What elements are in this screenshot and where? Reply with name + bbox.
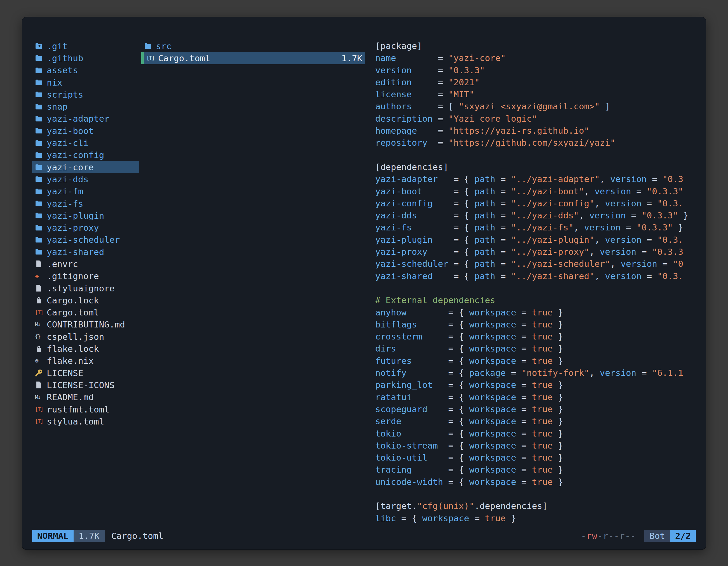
file-item-Cargo.toml[interactable]: [T]Cargo.toml [32,306,139,318]
item-label: snap [47,102,68,112]
dir-item-yazi-plugin[interactable]: yazi-plugin [32,210,139,222]
item-label: Cargo.lock [47,295,99,305]
dir-item-yazi-fs[interactable]: yazi-fs [32,198,139,210]
preview-line: [target."cfg(unix)".dependencies] [375,500,696,512]
file-item-flake.nix[interactable]: ❄flake.nix [32,355,139,367]
file-item-.styluaignore[interactable]: .styluaignore [32,282,139,294]
status-filename: Cargo.toml [111,531,164,541]
preview-line: homepage = "https://yazi-rs.github.io" [375,125,696,137]
dir-item-yazi-shared[interactable]: yazi-shared [32,246,139,258]
preview-line: yazi-config = { path = "../yazi-config",… [375,198,696,210]
file-preview-panel: [package]name = "yazi-core"version = "0.… [375,40,696,528]
folder-icon [35,127,47,135]
dir-item-yazi-proxy[interactable]: yazi-proxy [32,222,139,234]
file-item-CONTRIBUTING.md[interactable]: M↓CONTRIBUTING.md [32,318,139,330]
dir-item-yazi-adapter[interactable]: yazi-adapter [32,113,139,125]
preview-line: bitflags = { workspace = true } [375,318,696,330]
folder-icon [35,115,47,123]
item-label: LICENSE-ICONS [47,380,115,390]
item-label: .styluaignore [47,283,115,293]
file-item-LICENSE-ICONS[interactable]: LICENSE-ICONS [32,379,139,391]
folder-icon [35,212,47,219]
preview-line: yazi-scheduler = { path = "../yazi-sched… [375,258,696,270]
terminal-window: .git.githubassetsnixscriptssnapyazi-adap… [22,17,706,550]
file-item-rustfmt.toml[interactable]: [T]rustfmt.toml [32,403,139,415]
item-label: LICENSE [47,368,83,378]
status-bar: NORMAL 1.7K Cargo.toml -rw-r--r-- Bot 2/… [32,529,696,542]
folder-icon [35,224,47,232]
item-label: yazi-boot [47,126,94,136]
preview-line: name = "yazi-core" [375,52,696,64]
item-label: yazi-adapter [47,114,109,124]
json-icon: {} [35,334,47,339]
nix-icon: ❄ [35,358,47,364]
preview-line: yazi-boot = { path = "../yazi-boot", ver… [375,186,696,198]
item-label: README.md [47,392,94,402]
preview-line: [dependencies] [375,161,696,173]
preview-line: ratatui = { workspace = true } [375,391,696,403]
preview-line: # External dependencies [375,294,696,306]
dir-item-yazi-boot[interactable]: yazi-boot [32,125,139,137]
item-label: cspell.json [47,332,104,342]
file-item-Cargo.lock[interactable]: Cargo.lock [32,294,139,306]
file-item-Cargo.toml[interactable]: [T]Cargo.toml1.7K [141,52,365,64]
dir-item-.git[interactable]: .git [32,40,139,52]
preview-line: anyhow = { workspace = true } [375,306,696,318]
preview-line: tracing = { workspace = true } [375,464,696,476]
item-label: .envrc [47,259,78,269]
preview-line: crossterm = { workspace = true } [375,330,696,342]
item-label: yazi-fs [47,199,83,209]
preview-line: serde = { workspace = true } [375,415,696,427]
dir-item-yazi-core[interactable]: yazi-core [32,161,139,173]
file-item-.envrc[interactable]: .envrc [32,258,139,270]
dir-item-yazi-fm[interactable]: yazi-fm [32,186,139,198]
dir-item-src[interactable]: src [141,40,365,52]
file-item-LICENSE[interactable]: LICENSE [32,367,139,379]
dir-item-nix[interactable]: nix [32,76,139,88]
preview-line: tokio-util = { workspace = true } [375,452,696,464]
item-label: rustfmt.toml [47,404,109,414]
preview-line: libc = { workspace = true } [375,512,696,524]
toml-icon: [T] [146,55,158,61]
item-label: stylua.toml [47,416,104,426]
folder-icon [144,42,156,50]
preview-line: unicode-width = { workspace = true } [375,476,696,488]
file-item-stylua.toml[interactable]: [T]stylua.toml [32,415,139,427]
item-label: yazi-core [47,162,94,172]
git-icon: ◈ [35,273,47,280]
dir-item-yazi-scheduler[interactable]: yazi-scheduler [32,234,139,246]
preview-line [375,488,696,500]
desktop-background: .git.githubassetsnixscriptssnapyazi-adap… [0,0,728,566]
file-item-cspell.json[interactable]: {}cspell.json [32,330,139,342]
preview-line: description = "Yazi core logic" [375,113,696,125]
item-label: scripts [47,90,83,100]
file-item-.gitignore[interactable]: ◈.gitignore [32,270,139,282]
file-item-README.md[interactable]: M↓README.md [32,391,139,403]
preview-line: tokio-stream = { workspace = true } [375,440,696,452]
item-label: Cargo.toml [47,307,99,317]
item-label: .github [47,53,83,63]
dir-item-yazi-config[interactable]: yazi-config [32,149,139,161]
item-label: Cargo.toml [158,53,210,63]
markdown-icon: M↓ [35,322,47,327]
dir-item-yazi-dds[interactable]: yazi-dds [32,173,139,185]
folder-icon [35,151,47,159]
item-label: src [156,41,172,51]
current-directory-panel: src[T]Cargo.toml1.7K [141,40,365,528]
preview-line: yazi-dds = { path = "../yazi-dds", versi… [375,210,696,222]
folder-icon [35,175,47,183]
item-label: yazi-scheduler [47,235,120,245]
dir-item-scripts[interactable]: scripts [32,88,139,100]
item-label: yazi-cli [47,138,88,148]
dir-item-assets[interactable]: assets [32,64,139,76]
item-label: yazi-shared [47,247,104,257]
markdown-icon: M↓ [35,394,47,400]
dir-item-yazi-cli[interactable]: yazi-cli [32,137,139,149]
file-item-flake.lock[interactable]: flake.lock [32,342,139,354]
preview-line: license = "MIT" [375,88,696,100]
item-label: flake.lock [47,344,99,354]
dir-item-.github[interactable]: .github [32,52,139,64]
preview-line: authors = [ "sxyazi <sxyazi@gmail.com>" … [375,100,696,112]
dir-item-snap[interactable]: snap [32,100,139,112]
item-label: yazi-config [47,150,104,160]
